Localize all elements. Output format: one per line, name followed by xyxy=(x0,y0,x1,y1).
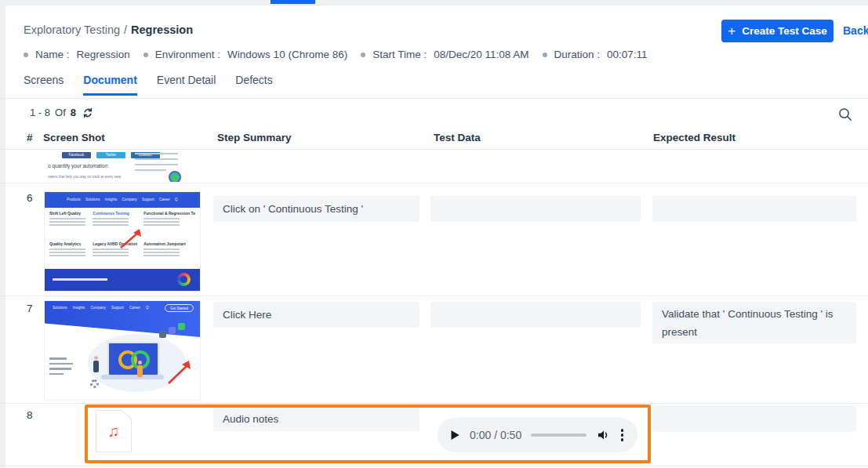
expected-result-cell[interactable] xyxy=(652,196,856,222)
audio-player[interactable]: 0:00 / 0:50 xyxy=(438,418,637,452)
meta-environment: Environment : Windows 10 (Chrome 86) xyxy=(143,49,347,60)
menu-item: Shift Left Quality xyxy=(49,211,86,216)
volume-icon[interactable] xyxy=(596,428,610,442)
col-header-expected-result: Expected Result xyxy=(653,132,735,143)
screenshot-thumbnail-row5[interactable]: Facebook Twitter Linkedin o quantify you… xyxy=(45,150,186,182)
meta-name-label: Name : xyxy=(35,49,70,60)
bullet-icon xyxy=(24,53,28,57)
meta-name: Name : Regression xyxy=(24,49,130,60)
tab-event-detail[interactable]: Event Detail xyxy=(157,74,216,96)
thumbnail-text-lines xyxy=(49,357,73,375)
audio-menu-icon[interactable] xyxy=(619,427,626,443)
test-meta-row: Name : Regression Environment : Windows … xyxy=(24,49,648,60)
col-header-screenshot: Screen Shot xyxy=(43,132,105,143)
person-illustration xyxy=(137,365,143,377)
chat-widget-icon xyxy=(169,171,181,182)
pagination-range: 1 - 8 xyxy=(30,107,50,118)
back-link[interactable]: Back xyxy=(843,24,868,37)
expected-result-cell[interactable] xyxy=(652,406,856,432)
thumbnail-navbar: Solutions Insights Company Support Caree… xyxy=(53,306,149,310)
col-header-number: # xyxy=(27,132,33,143)
bullet-icon xyxy=(143,53,148,57)
audio-time-display: 0:00 / 0:50 xyxy=(470,429,521,441)
bullet-icon xyxy=(361,53,365,57)
step-summary-cell[interactable]: Click on ' Continuous Testing ' xyxy=(213,196,419,222)
thumbnail-navbar: Products Solutions Insights Company Supp… xyxy=(45,192,200,208)
facebook-button: Facebook xyxy=(62,152,91,158)
row-number: 7 xyxy=(27,303,33,314)
gear-icon xyxy=(90,379,99,388)
thumbnail-caption: o quantify your automation xyxy=(48,163,108,169)
tab-screens[interactable]: Screens xyxy=(24,74,64,96)
tab-defects[interactable]: Defects xyxy=(235,74,272,96)
breadcrumb-current: Regression xyxy=(131,24,193,36)
icon-chip xyxy=(178,323,185,330)
laptop-illustration xyxy=(107,342,159,376)
music-note-icon: ♫ xyxy=(108,423,120,439)
col-header-test-data: Test Data xyxy=(434,132,481,143)
audio-progress-bar[interactable] xyxy=(531,434,586,437)
test-data-cell[interactable] xyxy=(430,302,641,328)
get-started-button: Get Started xyxy=(165,304,194,312)
breadcrumb: Exploratory Testing/Regression xyxy=(24,24,193,36)
pagination: 1 - 8 Of 8 xyxy=(30,107,93,118)
menu-item: Automation Jumpstart xyxy=(143,241,195,246)
meta-duration-label: Duration : xyxy=(554,49,601,60)
play-button[interactable] xyxy=(450,430,460,441)
meta-duration: Duration : 00:07:11 xyxy=(543,49,648,60)
search-icon[interactable] xyxy=(838,107,852,125)
icon-chip xyxy=(169,327,176,334)
menu-item: Functional & Regression Te xyxy=(143,211,195,216)
row-number: 8 xyxy=(27,409,33,421)
tabs-divider xyxy=(0,98,868,99)
pagination-total: 8 xyxy=(71,107,76,118)
active-tab-indicator xyxy=(271,0,315,4)
thumbnail-banner xyxy=(45,269,200,291)
thumbnail-subcaption: naters that help you stay on track at ev… xyxy=(48,175,121,179)
twitter-button: Twitter xyxy=(96,152,125,158)
breadcrumb-separator: / xyxy=(124,24,127,36)
person-illustration xyxy=(93,361,99,372)
table-row-6: 6 Products Solutions Insights Company Su… xyxy=(0,183,868,296)
meta-start-time-value: 08/Dec/20 11:08 AM xyxy=(434,49,528,60)
tab-document[interactable]: Document xyxy=(83,74,136,96)
step-summary-cell[interactable]: Click Here xyxy=(213,302,419,328)
table-row-7: 7 Solutions Insights Company Support Car… xyxy=(0,296,868,404)
thumbnail-news-list xyxy=(135,153,178,171)
test-data-cell[interactable] xyxy=(430,196,641,222)
table-header: # Screen Shot Step Summary Test Data Exp… xyxy=(0,132,868,149)
menu-item-highlighted: Continuous Testing xyxy=(93,211,137,216)
meta-start-time-label: Start Time : xyxy=(372,49,427,60)
thumbnail-hero-header: Solutions Insights Company Support Caree… xyxy=(45,301,200,337)
plus-icon: + xyxy=(728,24,735,38)
meta-environment-label: Environment : xyxy=(155,49,220,60)
col-header-step-summary: Step Summary xyxy=(217,132,292,143)
top-edge-strip xyxy=(0,0,868,5)
laptop-base xyxy=(101,375,164,379)
breadcrumb-parent-link[interactable]: Exploratory Testing xyxy=(24,24,120,36)
step-summary-cell[interactable]: Audio notes xyxy=(213,408,419,431)
table-row-5-partial: Facebook Twitter Linkedin o quantify you… xyxy=(0,150,868,183)
pagination-of-label: Of xyxy=(55,107,66,118)
red-pointer-arrow-icon xyxy=(164,357,195,390)
audio-file-icon[interactable]: ♫ xyxy=(96,410,132,452)
meta-name-value: Regression xyxy=(77,49,130,60)
brand-logo-icon xyxy=(177,273,191,286)
expected-result-cell[interactable]: Validate that ' Continuous Testing ' is … xyxy=(652,302,856,343)
bullet-icon xyxy=(543,53,547,57)
icon-chip xyxy=(159,331,166,338)
menu-item: Quality Analytics xyxy=(49,241,86,246)
refresh-icon[interactable] xyxy=(82,107,93,118)
create-test-case-button[interactable]: + Create Test Case xyxy=(721,20,833,42)
table-row-8: 8 ♫ Audio notes 0:00 / 0:50 xyxy=(0,403,868,466)
meta-duration-value: 00:07:11 xyxy=(607,49,648,60)
red-pointer-arrow-icon xyxy=(117,227,145,255)
tab-bar: Screens Document Event Detail Defects xyxy=(24,74,273,96)
screenshot-thumbnail-row6[interactable]: Products Solutions Insights Company Supp… xyxy=(45,192,200,291)
create-test-case-label: Create Test Case xyxy=(742,25,827,37)
meta-environment-value: Windows 10 (Chrome 86) xyxy=(227,49,347,60)
screenshot-thumbnail-row7[interactable]: Solutions Insights Company Support Caree… xyxy=(45,301,200,400)
meta-start-time: Start Time : 08/Dec/20 11:08 AM xyxy=(361,49,528,60)
row-number: 6 xyxy=(27,192,33,204)
